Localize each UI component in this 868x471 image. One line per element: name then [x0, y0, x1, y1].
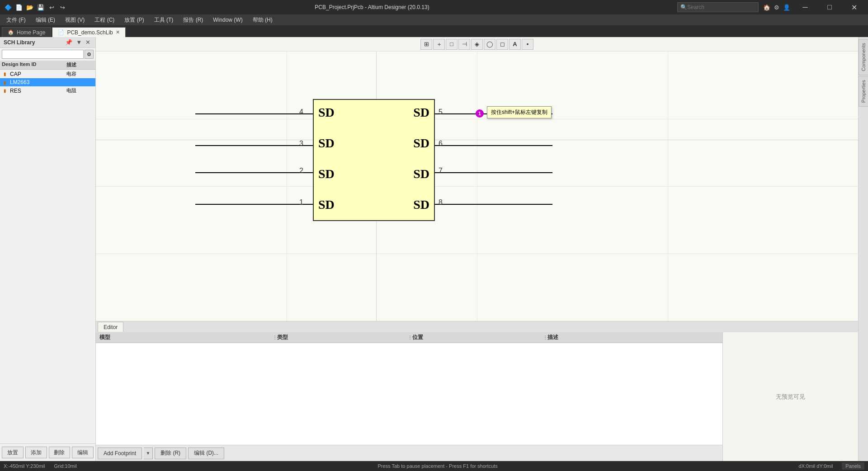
settings-icon[interactable]: ⚙	[772, 3, 781, 12]
tool-circle[interactable]: ◯	[484, 39, 495, 50]
menu-place[interactable]: 放置 (P)	[120, 14, 148, 25]
right-side-tabs: Components Properties	[858, 37, 868, 461]
component-box: SD SD SD SD SD SD SD SD	[313, 99, 435, 221]
col-header-desc: 描述	[66, 61, 94, 68]
tool-add[interactable]: ＋	[433, 39, 445, 50]
res-row-desc: 电阻	[66, 87, 94, 94]
tool-fill[interactable]: ▪	[522, 39, 533, 50]
panel-menu-icon[interactable]: ▼	[75, 39, 83, 46]
panel-bottom-buttons: 放置 添加 删除 编辑	[0, 443, 95, 461]
tab-home-page[interactable]: 🏠 Home Page	[2, 27, 51, 37]
app-icon: 🔷	[4, 3, 13, 12]
status-bar: X:-450mil Y:230mil Grid:10mil Press Tab …	[0, 461, 868, 471]
open-icon[interactable]: 📂	[25, 3, 34, 12]
panel-search-input[interactable]	[2, 50, 84, 59]
edit-footprint-button[interactable]: 编辑 (D)...	[188, 447, 224, 459]
menu-tools[interactable]: 工具 (T)	[150, 14, 178, 25]
editor-panel: Editor 模型 ⋮ 类型 ⋮ 位置 ⋮ 描述	[96, 321, 858, 461]
close-button[interactable]: ✕	[844, 0, 864, 14]
status-panels[interactable]: Panels	[842, 462, 864, 470]
tool-rect[interactable]: □	[446, 39, 458, 50]
panel-header-icons: 📌 ▼ ✕	[64, 39, 92, 46]
status-message: Press Tab to pause placement - Press F1 …	[86, 463, 790, 469]
panel-pin-icon[interactable]: 📌	[64, 39, 74, 46]
maximize-button[interactable]: □	[819, 0, 840, 14]
cap-row-icon: ▮	[2, 71, 8, 77]
pin-line-7	[435, 172, 552, 173]
new-icon[interactable]: 📄	[14, 3, 24, 12]
status-grid: Grid:10mil	[54, 463, 77, 469]
pin-num-4: 4	[299, 108, 303, 116]
tab-home-label: Home Page	[17, 29, 45, 36]
left-panel: SCH Library 📌 ▼ ✕ ⚙ Design Item ID 描述 ▮ …	[0, 37, 96, 461]
pin-line-8	[435, 204, 552, 205]
center-right: ⊞ ＋ □ ⊣ ◈ ◯ ◻ A ▪	[96, 37, 858, 461]
lib-row-lm2663[interactable]: ▮ LM2663	[0, 78, 95, 86]
tool-bezier[interactable]: ◻	[496, 39, 508, 50]
title-left-icons: 🔷 📄 📂 💾 ↩ ↪	[4, 3, 67, 12]
tool-filter[interactable]: ⊞	[420, 39, 432, 50]
pin-label-left-3: SD	[318, 136, 335, 151]
menu-reports[interactable]: 报告 (R)	[179, 14, 208, 25]
minimize-button[interactable]: ─	[795, 0, 816, 14]
menu-file[interactable]: 文件 (F)	[2, 14, 30, 25]
lib-row-res[interactable]: ▮ RES 电阻	[0, 86, 95, 95]
pin-label-right-5: SD	[413, 105, 429, 120]
place-button[interactable]: 放置	[2, 447, 24, 458]
pin-line-6	[435, 145, 552, 146]
edit-button[interactable]: 编辑	[72, 447, 94, 458]
menu-edit[interactable]: 编辑 (E)	[31, 14, 60, 25]
editor-table-header: 模型 ⋮ 类型 ⋮ 位置 ⋮ 描述	[96, 332, 722, 343]
editor-main: 模型 ⋮ 类型 ⋮ 位置 ⋮ 描述 Add Footprint	[96, 332, 722, 461]
panel-close-icon[interactable]: ✕	[84, 39, 92, 46]
save-icon[interactable]: 💾	[36, 3, 45, 12]
editor-preview-panel: 无预览可见	[722, 332, 858, 461]
pin-label-left-1: SD	[318, 198, 335, 212]
toolbar: ⊞ ＋ □ ⊣ ◈ ◯ ◻ A ▪	[96, 37, 858, 52]
search-icon: 🔍	[680, 4, 687, 10]
pin-num-5: 5	[439, 108, 443, 116]
cap-row-id: CAP	[10, 71, 66, 77]
components-side-tab[interactable]: Components	[859, 39, 868, 75]
cap-row-desc: 电容	[66, 71, 94, 77]
pin-num-6: 6	[439, 140, 443, 148]
panel-search: ⚙	[0, 48, 95, 61]
tool-text[interactable]: A	[509, 39, 521, 50]
tool-pin[interactable]: ⊣	[458, 39, 470, 50]
lib-row-cap[interactable]: ▮ CAP 电容	[0, 70, 95, 78]
home-icon[interactable]: 🏠	[762, 3, 771, 12]
panel-search-button[interactable]: ⚙	[85, 50, 94, 59]
search-box[interactable]: 🔍	[677, 2, 759, 12]
menu-project[interactable]: 工程 (C)	[90, 14, 119, 25]
add-footprint-label: Add Footprint	[104, 450, 136, 457]
menu-view[interactable]: 视图 (V)	[61, 14, 89, 25]
lib-table-body: ▮ CAP 电容 ▮ LM2663 ▮ RES 电阻	[0, 70, 95, 443]
tab-pcb-demo[interactable]: 📄 PCB_demo.SchLib ✕	[52, 27, 125, 37]
add-footprint-dropdown[interactable]: ▼	[144, 447, 153, 459]
editor-table-body	[96, 343, 722, 445]
col-model: 模型	[98, 334, 273, 341]
search-input[interactable]	[687, 4, 746, 10]
properties-side-tab[interactable]: Properties	[859, 76, 868, 107]
delete-button[interactable]: 删除	[49, 447, 71, 458]
lib-table-header: Design Item ID 描述	[0, 61, 95, 70]
delete-footprint-button[interactable]: 删除 (R)	[155, 447, 186, 459]
editor-content: 模型 ⋮ 类型 ⋮ 位置 ⋮ 描述 Add Footprint	[96, 332, 858, 461]
pin-label-left-4: SD	[318, 105, 335, 120]
tooltip: 按住shift+鼠标左键复制	[487, 106, 552, 118]
menu-help[interactable]: 帮助 (H)	[248, 14, 277, 25]
home-tab-icon: 🏠	[8, 29, 14, 35]
pin-label-right-8: SD	[413, 198, 429, 212]
add-footprint-button[interactable]: Add Footprint	[98, 447, 142, 459]
editor-tab[interactable]: Editor	[98, 322, 123, 332]
redo-icon[interactable]: ↪	[58, 3, 67, 12]
col-header-id: Design Item ID	[2, 61, 66, 68]
add-button[interactable]: 添加	[25, 447, 47, 458]
menu-window[interactable]: Window (W)	[208, 14, 247, 25]
canvas-area[interactable]: SD SD SD SD SD SD SD SD 4 3 2 1 5 6	[96, 52, 858, 321]
pcb-tab-icon: 📄	[58, 29, 64, 35]
tool-port[interactable]: ◈	[471, 39, 483, 50]
user-icon[interactable]: 👤	[782, 3, 791, 12]
tab-close-icon[interactable]: ✕	[116, 29, 120, 35]
undo-icon[interactable]: ↩	[47, 3, 56, 12]
